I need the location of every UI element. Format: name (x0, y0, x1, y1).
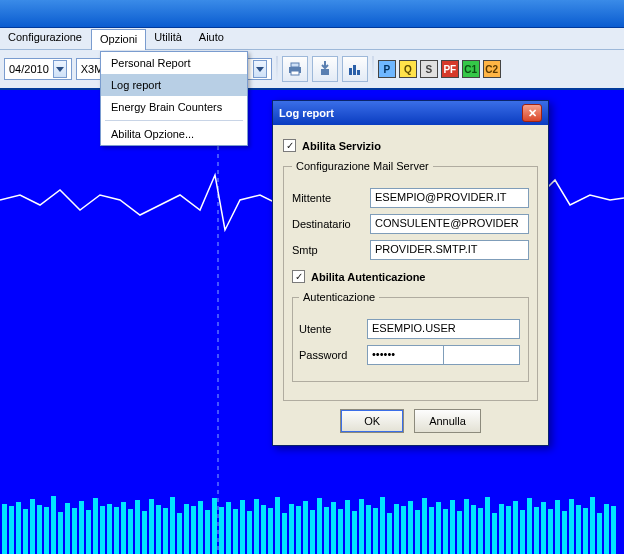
svg-rect-62 (380, 497, 385, 554)
svg-rect-51 (303, 501, 308, 554)
svg-rect-6 (357, 70, 360, 75)
svg-rect-28 (142, 511, 147, 554)
dialog-body: ✓ Abilita Servizio Configurazione Mail S… (273, 125, 548, 445)
svg-rect-37 (205, 510, 210, 554)
user-input[interactable]: ESEMPIO.USER (367, 319, 520, 339)
sender-label: Mittente (292, 192, 362, 204)
svg-rect-36 (198, 501, 203, 554)
svg-rect-63 (387, 513, 392, 554)
tag-c1[interactable]: C1 (462, 60, 480, 78)
svg-rect-42 (240, 500, 245, 554)
mail-server-group: Configurazione Mail Server Mittente ESEM… (283, 160, 538, 401)
tag-c2[interactable]: C2 (483, 60, 501, 78)
menu-opzioni[interactable]: Opzioni (91, 29, 146, 50)
svg-rect-83 (527, 498, 532, 554)
opzioni-dropdown: Personal ReportLog reportEnergy Brain Co… (100, 51, 248, 146)
dropdown-item-log-report[interactable]: Log report (101, 74, 247, 96)
tag-q[interactable]: Q (399, 60, 417, 78)
svg-rect-86 (548, 509, 553, 554)
svg-rect-20 (86, 510, 91, 554)
password-label: Password (299, 349, 359, 361)
menu-aiuto[interactable]: Aiuto (191, 28, 233, 49)
tag-p[interactable]: P (378, 60, 396, 78)
separator (372, 56, 374, 82)
svg-rect-52 (310, 510, 315, 554)
date-combo[interactable]: 04/2010 (4, 58, 72, 80)
print-button[interactable] (282, 56, 308, 82)
mail-server-legend: Configurazione Mail Server (292, 160, 433, 172)
chart-button[interactable] (342, 56, 368, 82)
svg-rect-9 (9, 506, 14, 554)
dropdown-item-personal-report[interactable]: Personal Report (101, 52, 247, 74)
bars-icon (348, 62, 362, 76)
dropdown-separator (105, 120, 243, 121)
svg-rect-88 (562, 511, 567, 554)
dialog-titlebar[interactable]: Log report ✕ (273, 101, 548, 125)
password-input-2[interactable] (443, 345, 520, 365)
user-label: Utente (299, 323, 359, 335)
svg-rect-81 (513, 501, 518, 554)
svg-rect-57 (345, 500, 350, 554)
svg-rect-1 (291, 63, 299, 67)
svg-rect-44 (254, 499, 259, 554)
svg-rect-39 (219, 507, 224, 554)
svg-rect-23 (107, 504, 112, 554)
svg-rect-16 (58, 512, 63, 554)
tag-pf[interactable]: PF (441, 60, 459, 78)
export-icon (318, 61, 332, 77)
sender-input[interactable]: ESEMPIO@PROVIDER.IT (370, 188, 529, 208)
toolbar: 04/2010 X3M D PQSPFC1C2 (0, 50, 624, 90)
export-button[interactable] (312, 56, 338, 82)
enable-service-checkbox[interactable]: ✓ (283, 139, 296, 152)
menu-utilita[interactable]: Utilità (146, 28, 191, 49)
ok-button[interactable]: OK (340, 409, 404, 433)
svg-rect-50 (296, 506, 301, 554)
svg-rect-46 (268, 508, 273, 554)
svg-rect-53 (317, 498, 322, 554)
svg-rect-13 (37, 505, 42, 554)
enable-auth-checkbox[interactable]: ✓ (292, 270, 305, 283)
smtp-input[interactable]: PROVIDER.SMTP.IT (370, 240, 529, 260)
svg-rect-33 (177, 513, 182, 554)
svg-rect-89 (569, 499, 574, 554)
svg-rect-22 (100, 506, 105, 554)
svg-rect-26 (128, 509, 133, 554)
tag-s[interactable]: S (420, 60, 438, 78)
recipient-input[interactable]: CONSULENTE@PROVIDER (370, 214, 529, 234)
cancel-button[interactable]: Annulla (414, 409, 481, 433)
enable-auth-label: Abilita Autenticazione (311, 271, 426, 283)
svg-rect-11 (23, 509, 28, 554)
svg-rect-80 (506, 506, 511, 554)
close-button[interactable]: ✕ (522, 104, 542, 122)
svg-rect-74 (464, 499, 469, 554)
svg-rect-68 (422, 498, 427, 554)
password-input[interactable]: •••••• (367, 345, 443, 365)
dialog-title: Log report (279, 107, 334, 119)
dropdown-item-abilita-opzione-[interactable]: Abilita Opzione... (101, 123, 247, 145)
svg-rect-78 (492, 513, 497, 554)
svg-rect-72 (450, 500, 455, 554)
svg-rect-58 (352, 511, 357, 554)
chevron-down-icon[interactable] (253, 60, 267, 78)
svg-rect-67 (415, 510, 420, 554)
svg-rect-71 (443, 509, 448, 554)
svg-rect-84 (534, 507, 539, 554)
chevron-down-icon[interactable] (53, 60, 67, 78)
svg-rect-24 (114, 507, 119, 554)
svg-rect-8 (2, 504, 7, 554)
smtp-label: Smtp (292, 244, 362, 256)
svg-rect-66 (408, 501, 413, 554)
svg-rect-79 (499, 504, 504, 554)
svg-rect-29 (149, 499, 154, 554)
svg-rect-43 (247, 511, 252, 554)
menubar: Configurazione Opzioni Utilità Aiuto (0, 28, 624, 50)
svg-rect-32 (170, 497, 175, 554)
svg-rect-90 (576, 505, 581, 554)
menu-configurazione[interactable]: Configurazione (0, 28, 91, 49)
svg-rect-41 (233, 509, 238, 554)
close-icon: ✕ (528, 107, 537, 120)
svg-rect-45 (261, 505, 266, 554)
dropdown-item-energy-brain-counters[interactable]: Energy Brain Counters (101, 96, 247, 118)
svg-rect-94 (604, 504, 609, 554)
svg-rect-76 (478, 508, 483, 554)
